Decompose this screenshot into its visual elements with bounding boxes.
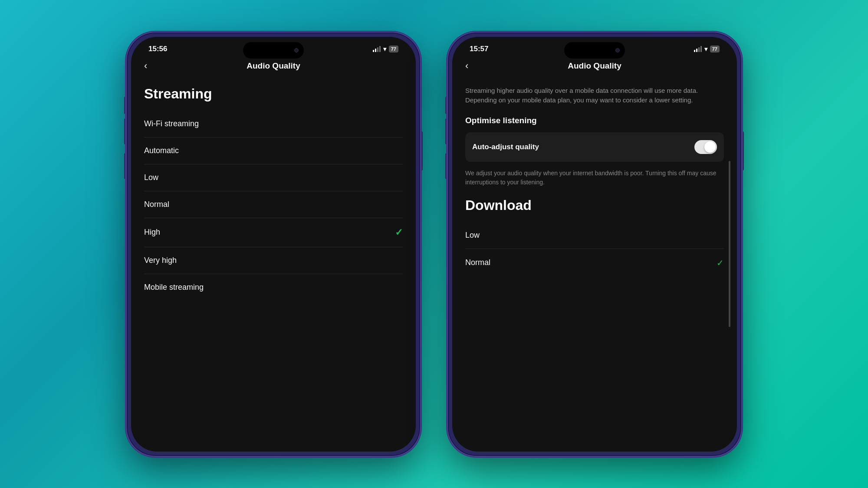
high-label: High xyxy=(144,228,160,237)
mobile-streaming-label: Mobile streaming xyxy=(144,283,204,292)
nav-header-right: ‹ Audio Quality xyxy=(452,57,737,77)
optimise-section-title: Optimise listening xyxy=(465,116,724,125)
camera-dot-left xyxy=(294,48,299,52)
download-section-title: Download xyxy=(465,197,724,213)
phone-frame-left: 15:56 ▾ 77 ‹ Audio Quality xyxy=(126,32,421,457)
selected-checkmark: ✓ xyxy=(395,227,403,238)
auto-adjust-row[interactable]: Auto-adjust quality xyxy=(465,132,724,162)
streaming-section-title: Streaming xyxy=(144,86,403,102)
streaming-description: Streaming higher audio quality over a mo… xyxy=(465,86,724,105)
phone-screen-left: 15:56 ▾ 77 ‹ Audio Quality xyxy=(131,37,416,452)
phone-screen-right: 15:57 ▾ 77 ‹ Audio Quality xyxy=(452,37,737,452)
back-button-right[interactable]: ‹ xyxy=(465,60,468,72)
content-right: Streaming higher audio quality over a mo… xyxy=(452,77,737,452)
time-right: 15:57 xyxy=(470,45,488,53)
battery-right: 77 xyxy=(710,46,720,52)
wifi-streaming-label: Wi-Fi streaming xyxy=(144,119,199,128)
list-item[interactable]: Normal xyxy=(144,191,403,218)
content-left: Streaming Wi-Fi streaming Automatic Low … xyxy=(131,77,416,452)
toggle-knob xyxy=(704,141,716,153)
auto-adjust-toggle[interactable] xyxy=(694,140,717,154)
page-title-left: Audio Quality xyxy=(247,61,300,71)
dynamic-island-right xyxy=(564,42,625,59)
auto-adjust-label: Auto-adjust quality xyxy=(472,143,539,151)
status-bar-right: 15:57 ▾ 77 xyxy=(452,37,737,57)
scrollbar[interactable] xyxy=(729,161,730,327)
wifi-icon-right: ▾ xyxy=(704,46,707,52)
list-item[interactable]: Wi-Fi streaming xyxy=(144,111,403,138)
automatic-label: Automatic xyxy=(144,146,179,155)
battery-left: 77 xyxy=(389,46,398,52)
signal-icon-left xyxy=(373,46,381,52)
phone-frame-right: 15:57 ▾ 77 ‹ Audio Quality xyxy=(447,32,742,457)
list-item[interactable]: High ✓ xyxy=(144,218,403,247)
wifi-icon-left: ▾ xyxy=(383,46,386,52)
back-button-left[interactable]: ‹ xyxy=(144,60,147,72)
list-item[interactable]: Low xyxy=(144,164,403,191)
download-low-label: Low xyxy=(465,231,480,240)
very-high-label: Very high xyxy=(144,256,177,265)
list-item[interactable]: Automatic xyxy=(144,138,403,164)
camera-dot-right xyxy=(615,48,620,52)
normal-label: Normal xyxy=(144,200,169,209)
status-icons-left: ▾ 77 xyxy=(373,46,398,52)
download-normal-label: Normal xyxy=(465,258,490,267)
low-label: Low xyxy=(144,173,158,182)
nav-header-left: ‹ Audio Quality xyxy=(131,57,416,77)
phone-right: 15:57 ▾ 77 ‹ Audio Quality xyxy=(447,32,742,457)
time-left: 15:56 xyxy=(148,45,167,53)
status-icons-right: ▾ 77 xyxy=(694,46,720,52)
phone-left: 15:56 ▾ 77 ‹ Audio Quality xyxy=(126,32,421,457)
chevron-down-icon: ✓ xyxy=(717,258,724,268)
status-bar-left: 15:56 ▾ 77 xyxy=(131,37,416,57)
auto-adjust-description: We adjust your audio quality when your i… xyxy=(465,169,724,187)
dynamic-island-left xyxy=(243,42,304,59)
page-title-right: Audio Quality xyxy=(568,61,621,71)
signal-icon-right xyxy=(694,46,702,52)
list-item[interactable]: Mobile streaming xyxy=(144,274,403,301)
list-item[interactable]: Very high xyxy=(144,247,403,274)
list-item[interactable]: Low xyxy=(465,222,724,249)
list-item[interactable]: Normal ✓ xyxy=(465,249,724,277)
